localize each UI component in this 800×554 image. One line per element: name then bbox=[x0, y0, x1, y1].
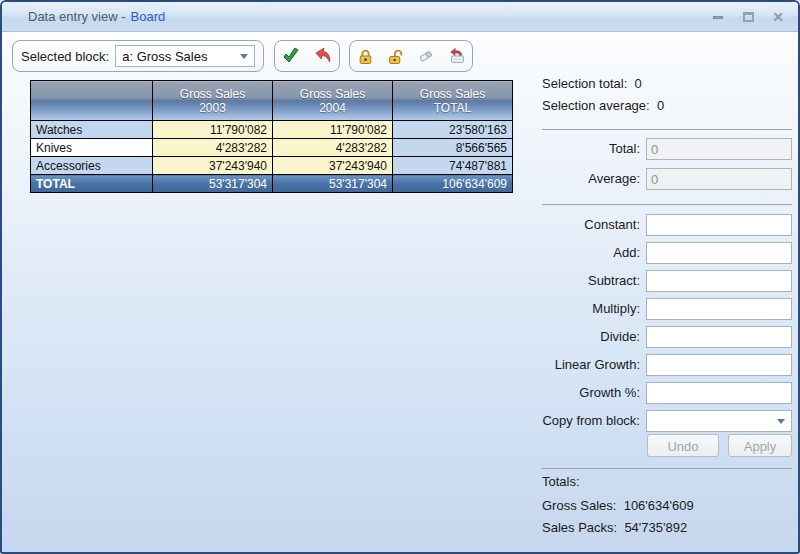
column-header: Gross Sales2003 bbox=[153, 81, 273, 121]
data-cell[interactable]: 4'283'282 bbox=[273, 139, 393, 157]
growth-percent-field-label: Growth %: bbox=[540, 382, 640, 404]
constant-field[interactable] bbox=[646, 214, 792, 236]
column-header: Gross Sales2004 bbox=[273, 81, 393, 121]
total-cell: 53'317'304 bbox=[153, 175, 273, 193]
divider bbox=[542, 468, 792, 469]
confirm-check-icon bbox=[281, 46, 301, 66]
header-row: Gross Sales2003 Gross Sales2004 Gross Sa… bbox=[31, 81, 513, 121]
data-cell[interactable]: 11'790'082 bbox=[153, 121, 273, 139]
total-cell: 8'566'565 bbox=[393, 139, 513, 157]
add-field-label: Add: bbox=[540, 242, 640, 264]
selected-block-value: a: Gross Sales bbox=[122, 49, 207, 64]
close-button[interactable]: ✕ bbox=[770, 9, 786, 25]
linear-growth-field-label: Linear Growth: bbox=[540, 354, 640, 376]
window-title-text: Data entry view - bbox=[28, 9, 126, 24]
divide-field[interactable] bbox=[646, 326, 792, 348]
data-cell[interactable]: 4'283'282 bbox=[153, 139, 273, 157]
total-row-label: TOTAL bbox=[31, 175, 153, 193]
divider bbox=[542, 204, 792, 205]
copy-from-block-label: Copy from block: bbox=[540, 410, 640, 432]
totals-gross-sales-value: 106'634'609 bbox=[624, 498, 694, 513]
window-title-app: Board bbox=[131, 9, 166, 24]
multiply-field[interactable] bbox=[646, 298, 792, 320]
eraser-icon bbox=[417, 47, 435, 65]
revert-data-icon bbox=[448, 47, 466, 65]
totals-gross-sales: Gross Sales: 106'634'609 bbox=[542, 498, 694, 513]
close-icon: ✕ bbox=[772, 10, 784, 24]
selected-block-combobox[interactable]: a: Gross Sales bbox=[115, 45, 255, 67]
totals-sales-packs: Sales Packs: 54'735'892 bbox=[542, 520, 687, 535]
undo-entry-button[interactable] bbox=[311, 44, 335, 68]
data-cell[interactable]: 37'243'940 bbox=[273, 157, 393, 175]
unlock-button[interactable] bbox=[384, 44, 408, 68]
add-field[interactable] bbox=[646, 242, 792, 264]
lock-icon bbox=[357, 48, 374, 65]
row-label: Watches bbox=[31, 121, 153, 139]
confirm-group bbox=[274, 40, 340, 72]
table-row: Accessories 37'243'940 37'243'940 74'487… bbox=[31, 157, 513, 175]
selected-block-label: Selected block: bbox=[21, 49, 109, 64]
row-label: Knives bbox=[31, 139, 153, 157]
chevron-down-icon bbox=[777, 419, 785, 424]
totals-title: Totals: bbox=[542, 474, 580, 489]
unlock-icon bbox=[387, 48, 404, 65]
selection-average-value: 0 bbox=[657, 98, 664, 113]
copy-from-block-combobox[interactable] bbox=[646, 410, 792, 432]
subtract-field[interactable] bbox=[646, 270, 792, 292]
multiply-field-label: Multiply: bbox=[540, 298, 640, 320]
minimize-button[interactable] bbox=[710, 9, 726, 25]
window-controls: ✕ bbox=[710, 2, 786, 32]
titlebar: Data entry view -Board ✕ bbox=[2, 2, 798, 32]
average-field-label: Average: bbox=[540, 168, 640, 190]
total-cell: 106'634'609 bbox=[393, 175, 513, 193]
lock-button[interactable] bbox=[353, 44, 377, 68]
corner-header-cell bbox=[31, 81, 153, 121]
constant-field-label: Constant: bbox=[540, 214, 640, 236]
total-row: TOTAL 53'317'304 53'317'304 106'634'609 bbox=[31, 175, 513, 193]
selection-total-value: 0 bbox=[635, 76, 642, 91]
minimize-icon bbox=[713, 16, 723, 19]
totals-sales-packs-value: 54'735'892 bbox=[624, 520, 687, 535]
divider bbox=[542, 129, 792, 130]
chevron-down-icon bbox=[240, 54, 248, 59]
window-title: Data entry view -Board bbox=[28, 2, 165, 32]
subtract-field-label: Subtract: bbox=[540, 270, 640, 292]
column-header: Gross SalesTOTAL bbox=[393, 81, 513, 121]
total-cell: 53'317'304 bbox=[273, 175, 393, 193]
content-area: Selected block: a: Gross Sales bbox=[2, 32, 798, 552]
apply-button[interactable]: Apply bbox=[728, 434, 792, 457]
growth-percent-field[interactable] bbox=[646, 382, 792, 404]
linear-growth-field[interactable] bbox=[646, 354, 792, 376]
undo-button[interactable]: Undo bbox=[647, 434, 719, 457]
table-row: Knives 4'283'282 4'283'282 8'566'565 bbox=[31, 139, 513, 157]
table-row: Watches 11'790'082 11'790'082 23'580'163 bbox=[31, 121, 513, 139]
confirm-button[interactable] bbox=[279, 44, 303, 68]
selection-average: Selection average: 0 bbox=[542, 98, 664, 113]
total-field bbox=[646, 138, 792, 160]
undo-arrow-icon bbox=[313, 46, 333, 66]
maximize-button[interactable] bbox=[740, 9, 756, 25]
lock-group bbox=[349, 40, 473, 72]
total-field-label: Total: bbox=[540, 138, 640, 160]
row-label: Accessories bbox=[31, 157, 153, 175]
maximize-icon bbox=[743, 12, 754, 22]
data-cell[interactable]: 37'243'940 bbox=[153, 157, 273, 175]
total-cell: 23'580'163 bbox=[393, 121, 513, 139]
average-field bbox=[646, 168, 792, 190]
clear-button[interactable] bbox=[414, 44, 438, 68]
divide-field-label: Divide: bbox=[540, 326, 640, 348]
revert-data-button[interactable] bbox=[445, 44, 469, 68]
data-cell[interactable]: 11'790'082 bbox=[273, 121, 393, 139]
selected-block-group: Selected block: a: Gross Sales bbox=[12, 40, 264, 72]
total-cell: 74'487'881 bbox=[393, 157, 513, 175]
window: Data entry view -Board ✕ Selected block:… bbox=[0, 0, 800, 554]
data-grid: Gross Sales2003 Gross Sales2004 Gross Sa… bbox=[30, 80, 513, 193]
selection-total: Selection total: 0 bbox=[542, 76, 642, 91]
